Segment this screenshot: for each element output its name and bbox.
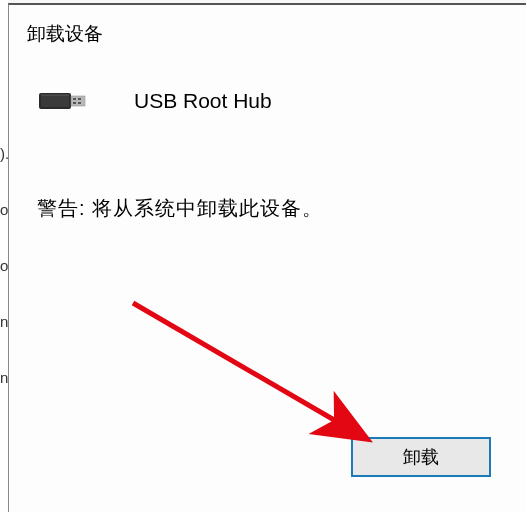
background-window-edge: ). o o n n	[0, 0, 8, 512]
button-row: 卸载	[351, 437, 491, 477]
device-name-label: USB Root Hub	[134, 89, 272, 113]
dialog-title: 卸载设备	[9, 5, 526, 47]
svg-rect-1	[41, 95, 69, 107]
device-info-row: USB Root Hub	[37, 87, 508, 115]
svg-rect-5	[73, 102, 76, 104]
svg-rect-7	[41, 94, 69, 96]
svg-rect-4	[78, 98, 81, 100]
uninstall-button[interactable]: 卸载	[351, 437, 491, 477]
svg-rect-2	[71, 96, 85, 106]
svg-rect-3	[73, 98, 76, 100]
warning-message: 警告: 将从系统中卸载此设备。	[37, 195, 508, 222]
uninstall-device-dialog: 卸载设备 USB Root Hub 警告:	[8, 3, 526, 512]
usb-connector-icon	[37, 87, 89, 115]
dialog-content: USB Root Hub 警告: 将从系统中卸载此设备。	[9, 47, 526, 222]
svg-rect-6	[78, 102, 81, 104]
